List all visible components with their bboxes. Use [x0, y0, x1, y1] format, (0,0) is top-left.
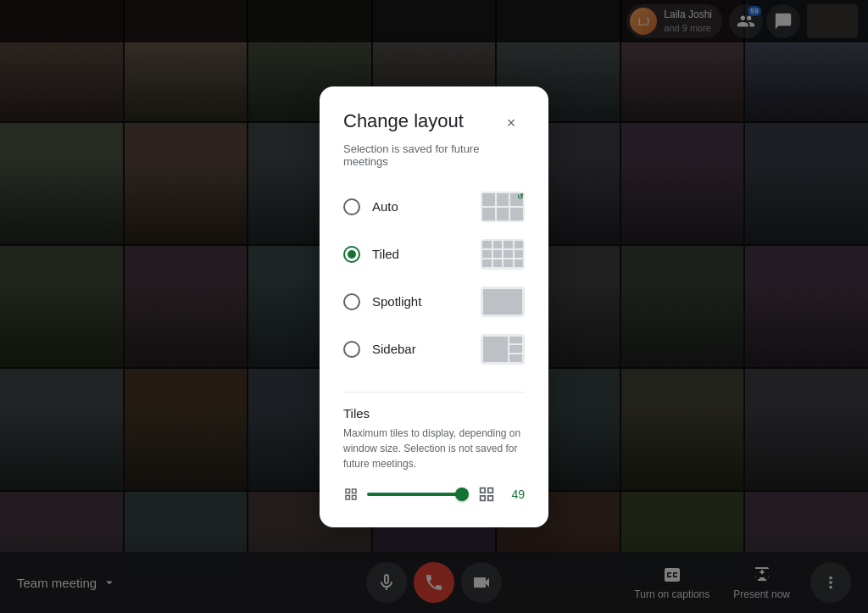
radio-auto	[343, 198, 360, 215]
close-modal-button[interactable]: ×	[498, 110, 525, 137]
layout-spotlight-label: Spotlight	[372, 294, 421, 309]
layout-thumb-spotlight	[481, 287, 525, 317]
layout-option-spotlight[interactable]: Spotlight	[343, 280, 525, 324]
slider-container: 49	[343, 485, 525, 504]
layout-thumb-auto: ↺	[481, 192, 525, 222]
layout-options: Auto ↺ Tiled	[343, 185, 525, 371]
layout-thumb-tiled	[481, 239, 525, 270]
radio-spotlight	[343, 293, 360, 310]
tiles-title: Tiles	[343, 406, 525, 421]
layout-thumb-sidebar	[481, 334, 525, 365]
change-layout-modal: Change layout × Selection is saved for f…	[320, 86, 548, 527]
modal-subtitle: Selection is saved for future meetings	[343, 142, 525, 168]
modal-overlay: Change layout × Selection is saved for f…	[0, 0, 868, 613]
modal-header: Change layout ×	[343, 110, 525, 137]
layout-option-tiled[interactable]: Tiled	[343, 232, 525, 276]
layout-option-sidebar[interactable]: Sidebar	[343, 327, 525, 371]
layout-option-auto[interactable]: Auto ↺	[343, 185, 525, 229]
modal-title: Change layout	[343, 110, 464, 132]
grid-large-icon	[477, 485, 496, 504]
layout-sidebar-label: Sidebar	[372, 342, 416, 356]
tiles-slider-wrapper[interactable]	[367, 486, 469, 503]
tiles-section: Tiles Maximum tiles to display, dependin…	[343, 392, 525, 504]
layout-auto-label: Auto	[372, 199, 398, 214]
radio-sidebar	[343, 341, 360, 358]
grid-small-icon	[343, 487, 359, 502]
tiles-subtitle: Maximum tiles to display, depending on w…	[343, 426, 525, 471]
radio-tiled	[343, 246, 360, 263]
tiles-count: 49	[504, 488, 525, 501]
layout-tiled-label: Tiled	[372, 247, 399, 261]
